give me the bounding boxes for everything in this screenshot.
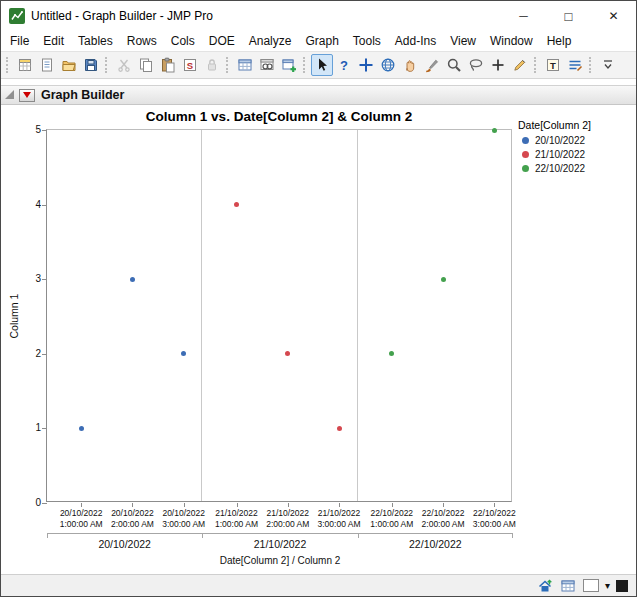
- maximize-button[interactable]: □: [546, 1, 591, 31]
- plus-tool-button[interactable]: [487, 54, 509, 76]
- outline-title[interactable]: Graph Builder: [41, 88, 124, 102]
- menu-graph[interactable]: Graph: [298, 32, 345, 50]
- toolbar-overflow-button[interactable]: [597, 54, 619, 76]
- new-data-table-button[interactable]: [14, 54, 36, 76]
- table-search-button[interactable]: [256, 54, 278, 76]
- x-tick-label[interactable]: 22/10/20221:00:00 AM: [364, 508, 420, 529]
- x-tick: [443, 503, 444, 507]
- save-button[interactable]: [80, 54, 102, 76]
- y-tick-label[interactable]: 4: [15, 199, 41, 211]
- y-tick-label[interactable]: 3: [15, 273, 41, 285]
- close-button[interactable]: ✕: [591, 1, 636, 31]
- x-tick: [184, 503, 185, 507]
- data-point[interactable]: [492, 128, 497, 133]
- data-table-button[interactable]: [234, 54, 256, 76]
- y-tick-label[interactable]: 1: [15, 422, 41, 434]
- menu-addins[interactable]: Add-Ins: [388, 32, 443, 50]
- menu-analyze[interactable]: Analyze: [242, 32, 299, 50]
- x-tick: [288, 503, 289, 507]
- disclosure-triangle-icon[interactable]: [5, 90, 14, 99]
- new-table-icon: [17, 57, 33, 73]
- lasso-tool-button[interactable]: [465, 54, 487, 76]
- jmp-app-icon: [9, 8, 25, 24]
- panel-label[interactable]: 21/10/2022: [202, 538, 357, 550]
- format-tool-button[interactable]: [564, 54, 586, 76]
- brush-icon: [424, 57, 440, 73]
- save-icon: [83, 57, 99, 73]
- arrow-icon: [314, 57, 330, 73]
- menu-doe[interactable]: DOE: [202, 32, 242, 50]
- arrow-tool-button[interactable]: [311, 54, 333, 76]
- y-tick: [42, 130, 47, 131]
- red-triangle-menu-button[interactable]: [19, 89, 35, 102]
- x-tick-label[interactable]: 20/10/20223:00:00 AM: [156, 508, 212, 529]
- menu-help[interactable]: Help: [540, 32, 579, 50]
- menu-window[interactable]: Window: [483, 32, 540, 50]
- home-window-button[interactable]: [536, 577, 554, 595]
- data-point[interactable]: [130, 277, 135, 282]
- window-list-box[interactable]: [583, 579, 599, 592]
- x-tick-label[interactable]: 20/10/20222:00:00 AM: [104, 508, 160, 529]
- menu-rows[interactable]: Rows: [120, 32, 164, 50]
- menu-file[interactable]: File: [3, 32, 36, 50]
- x-tick-label[interactable]: 22/10/20222:00:00 AM: [415, 508, 471, 529]
- group-axis-tick: [202, 533, 203, 538]
- lock-button[interactable]: [201, 54, 223, 76]
- magnifier-icon: [446, 57, 462, 73]
- status-indicator: [616, 580, 628, 592]
- annotate-tool-button[interactable]: T: [542, 54, 564, 76]
- menu-cols[interactable]: Cols: [164, 32, 202, 50]
- pen-tool-button[interactable]: [509, 54, 531, 76]
- format-icon: [567, 57, 583, 73]
- plot-area[interactable]: Column 1 Date[Column 2] / Column 2 20/10…: [46, 129, 512, 502]
- legend-entry[interactable]: 21/10/2022: [522, 149, 634, 160]
- copy-button[interactable]: [135, 54, 157, 76]
- menu-tools[interactable]: Tools: [346, 32, 388, 50]
- paste-button[interactable]: [157, 54, 179, 76]
- legend-entry-label: 21/10/2022: [535, 149, 585, 160]
- title-bar: Untitled - Graph Builder - JMP Pro ─ □ ✕: [1, 1, 636, 31]
- legend-entry[interactable]: 22/10/2022: [522, 163, 634, 174]
- data-point[interactable]: [337, 426, 342, 431]
- window-list-dropdown-icon[interactable]: ▾: [605, 579, 610, 592]
- annotate-icon: T: [545, 57, 561, 73]
- x-tick-label[interactable]: 21/10/20222:00:00 AM: [260, 508, 316, 529]
- menu-view[interactable]: View: [443, 32, 483, 50]
- cut-button[interactable]: [113, 54, 135, 76]
- report-area: Column 1 vs. Date[Column 2] & Column 2 C…: [1, 105, 636, 574]
- open-button[interactable]: [58, 54, 80, 76]
- web-tool-button[interactable]: [377, 54, 399, 76]
- x-tick-label[interactable]: 22/10/20223:00:00 AM: [466, 508, 522, 529]
- chart-title[interactable]: Column 1 vs. Date[Column 2] & Column 2: [46, 109, 512, 124]
- new-journal-button[interactable]: [36, 54, 58, 76]
- x-tick-label[interactable]: 21/10/20221:00:00 AM: [209, 508, 265, 529]
- pen-icon: [512, 57, 528, 73]
- crosshair-tool-button[interactable]: [355, 54, 377, 76]
- y-tick-label[interactable]: 0: [15, 497, 41, 509]
- help-tool-button[interactable]: ?: [333, 54, 355, 76]
- brush-tool-button[interactable]: [421, 54, 443, 76]
- x-axis-label[interactable]: Date[Column 2] / Column 2: [47, 555, 513, 566]
- panel-label[interactable]: 20/10/2022: [47, 538, 202, 550]
- minimize-button[interactable]: ─: [501, 1, 546, 31]
- magnifier-tool-button[interactable]: [443, 54, 465, 76]
- menu-edit[interactable]: Edit: [36, 32, 71, 50]
- run-script-button[interactable]: S: [179, 54, 201, 76]
- data-point[interactable]: [441, 277, 446, 282]
- y-tick-label[interactable]: 2: [15, 348, 41, 360]
- data-table-window-button[interactable]: [559, 577, 577, 595]
- panel-20/10/2022: [47, 130, 202, 501]
- y-axis-label[interactable]: Column 1: [8, 293, 20, 338]
- plus-icon: [490, 57, 506, 73]
- sphere-icon: [380, 57, 396, 73]
- legend-entry[interactable]: 20/10/2022: [522, 135, 634, 146]
- y-tick-label[interactable]: 5: [15, 124, 41, 136]
- x-tick-label[interactable]: 20/10/20221:00:00 AM: [53, 508, 109, 529]
- panel-label[interactable]: 22/10/2022: [358, 538, 513, 550]
- x-tick-label[interactable]: 21/10/20223:00:00 AM: [311, 508, 367, 529]
- table-add-button[interactable]: [278, 54, 300, 76]
- toolbar-grip: [534, 57, 538, 73]
- grabber-tool-button[interactable]: [399, 54, 421, 76]
- menu-tables[interactable]: Tables: [71, 32, 120, 50]
- data-point[interactable]: [79, 426, 84, 431]
